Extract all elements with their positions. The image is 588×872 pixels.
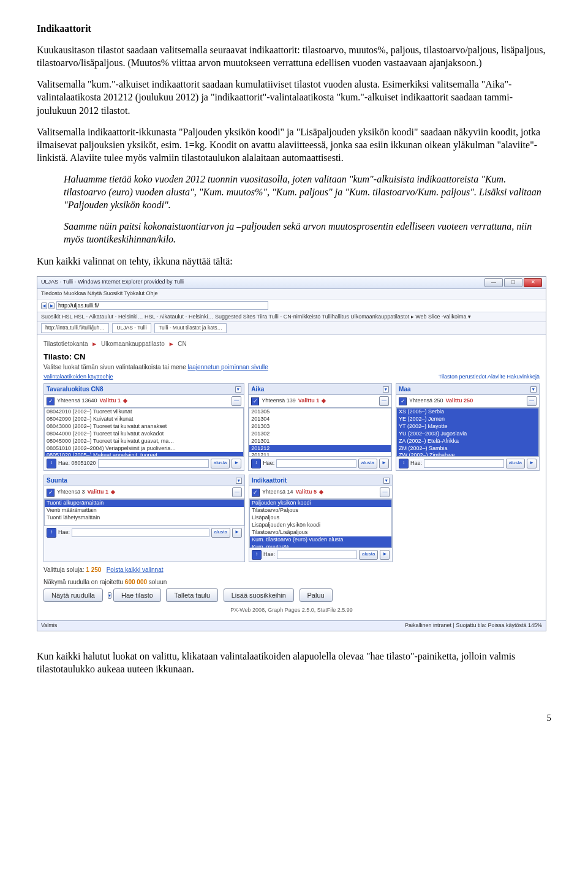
list-item[interactable]: YE (2002–) Jemen (397, 416, 538, 423)
maa-list[interactable]: XS (2005–) Serbia YE (2002–) Jemen YT (2… (396, 408, 539, 457)
search-go-button[interactable]: ► (232, 528, 242, 538)
tab-1[interactable]: http://intra.tulli.fi/tulli/juh… (41, 323, 109, 333)
list-item[interactable]: 08042010 (2002–) Tuoreet viikunat (45, 408, 243, 416)
sort-button[interactable]: ↕ (47, 459, 56, 468)
search-input[interactable] (424, 459, 504, 468)
maximize-button[interactable]: ▢ (504, 278, 522, 287)
panel-cn8: Tavaraluokitus CN8▾ ✓ Yhteensä 13640 Val… (43, 383, 244, 471)
expand-button[interactable]: — (232, 487, 242, 497)
expand-button[interactable]: — (379, 396, 389, 406)
bc-2[interactable]: Ulkomaankauppatilasto (101, 340, 165, 347)
paluu-button[interactable]: Paluu (300, 588, 333, 603)
topright-links[interactable]: Tilaston perustiedot Alaviite Hakuvinkke… (439, 374, 540, 381)
browser-menu[interactable]: Tiedosto Muokkaa Näytä Suosikit Työkalut… (37, 289, 546, 299)
list-item[interactable]: 201212 (249, 445, 391, 453)
talleta-taulu-button[interactable]: Talleta taulu (166, 588, 218, 603)
search-go-button[interactable]: ► (527, 459, 537, 468)
bc-3[interactable]: CN (178, 340, 186, 347)
search-input[interactable] (277, 551, 357, 559)
list-item[interactable]: Tuonti alkuperämaittain (45, 500, 244, 507)
list-item[interactable]: 201301 (249, 438, 391, 445)
ind-list[interactable]: Paljouden yksikön koodi Tilastoarvo/Palj… (249, 499, 393, 548)
list-item[interactable]: 201304 (249, 416, 391, 423)
clear-all-link[interactable]: Poista kaikki valinnat (107, 566, 164, 573)
alusta-button[interactable]: alusta (358, 459, 377, 468)
list-item[interactable]: YT (2002–) Mayotte (397, 423, 538, 430)
list-item[interactable]: Paljouden yksikön koodi (250, 500, 392, 507)
dropdown-icon[interactable]: ▾ (235, 386, 241, 393)
expand-button[interactable]: — (380, 487, 390, 497)
list-item[interactable]: ZM (2002–) Sambia (397, 445, 538, 453)
cn8-list[interactable]: 08042010 (2002–) Tuoreet viikunat 080420… (44, 408, 244, 457)
search-input[interactable] (98, 459, 209, 468)
select-all-checkbox[interactable]: ✓ (252, 489, 260, 497)
sub-pre: Valitse luokat tämän sivun valintalaatik… (43, 364, 188, 370)
select-all-checkbox[interactable]: ✓ (47, 397, 55, 405)
list-item[interactable]: 08044000 (2002–) Tuoreet tai kuivatut av… (45, 430, 243, 438)
nayta-ruudulla-button[interactable]: Näytä ruudulla (43, 588, 103, 603)
list-item[interactable]: Tilastoarvo/Paljous (250, 507, 392, 514)
dropdown-icon[interactable]: ▾ (383, 386, 389, 393)
list-item[interactable]: 08051020 (2005–) Makeat appelsiinit, tuo… (45, 452, 243, 457)
bc-1[interactable]: Tilastotietokanta (43, 340, 88, 347)
dropdown-icon[interactable]: ▾ (236, 478, 242, 484)
list-item[interactable]: 201305 (249, 408, 391, 416)
alusta-button[interactable]: alusta (359, 550, 378, 560)
aika-list[interactable]: 201305 201304 201303 201302 201301 20121… (249, 408, 391, 457)
lisaa-suosikkeihin-button[interactable]: Lisää suosikkeihin (224, 588, 294, 603)
list-item[interactable]: Lisäpaljous (250, 514, 392, 522)
list-item[interactable]: Tuonti lähetysmaittain (45, 514, 244, 522)
select-all-checkbox[interactable]: ✓ (251, 397, 259, 405)
expand-button[interactable]: — (232, 396, 241, 406)
search-input[interactable] (276, 459, 356, 468)
list-item[interactable]: 201302 (249, 430, 391, 438)
select-all-checkbox[interactable]: ✓ (399, 397, 407, 405)
list-item[interactable]: Vienti määrämaittain (45, 507, 244, 514)
tab-2[interactable]: ULJAS - Tulli (112, 323, 151, 333)
list-item[interactable]: Tilastoarvo/Lisäpaljous (250, 529, 392, 536)
sort-button[interactable]: ↕ (47, 528, 56, 538)
close-button[interactable]: ✕ (524, 278, 542, 287)
select-all-checkbox[interactable]: ✓ (47, 489, 55, 497)
search-go-button[interactable]: ► (380, 550, 390, 560)
list-item[interactable]: ZA (2002–) Etelä-Afrikka (397, 438, 538, 445)
list-item[interactable]: 201303 (249, 423, 391, 430)
cn8-total: Yhteensä 13640 (57, 397, 97, 405)
dropdown-icon[interactable]: ▾ (383, 478, 390, 484)
extended-query-link[interactable]: laajennetun poiminnan sivulle (188, 364, 268, 370)
alusta-button[interactable]: alusta (211, 528, 230, 538)
list-item[interactable]: Lisäpaljouden yksikön koodi (250, 522, 392, 529)
sort-button[interactable]: ↕ (251, 459, 261, 468)
tab-3[interactable]: Tulli - Muut tilastot ja kats… (154, 323, 227, 333)
expand-button[interactable]: — (527, 396, 537, 406)
search-go-button[interactable]: ► (379, 459, 389, 468)
page-content: Tilastotietokanta ► Ulkomaankauppatilast… (37, 335, 546, 621)
list-item[interactable]: Kum. tilastoarvo (euro) vuoden alusta (250, 536, 392, 544)
list-item[interactable]: Kum. muutos% (250, 544, 392, 549)
list-item[interactable]: XS (2005–) Serbia (397, 408, 538, 416)
list-item[interactable]: 08042090 (2002–) Kuivatut viikunat (45, 416, 243, 423)
list-item[interactable]: 08045000 (2002–) Tuoreet tai kuivatut gu… (45, 438, 243, 445)
list-item[interactable]: 08051010 (2002–2004) Veriappelsiinit ja … (45, 445, 243, 453)
sort-button[interactable]: ↕ (399, 459, 409, 468)
forward-button[interactable]: ► (48, 303, 55, 309)
dropdown-icon[interactable]: ▾ (530, 386, 537, 393)
suunta-list[interactable]: Tuonti alkuperämaittain Vienti määrämait… (44, 499, 244, 526)
search-go-button[interactable]: ► (232, 459, 241, 468)
list-item[interactable]: 201211 (249, 452, 391, 457)
list-item[interactable]: YU (2002–2003) Jugoslavia (397, 430, 538, 438)
hae-tilasto-button[interactable]: Hae tilasto (113, 588, 161, 603)
alusta-button[interactable]: alusta (211, 459, 230, 468)
favorites-bar[interactable]: Suosikit HSL HSL - Aikataulut - Helsinki… (37, 312, 546, 323)
alusta-button[interactable]: alusta (506, 459, 525, 468)
list-item[interactable]: ZW (2002–) Zimbabwe (397, 452, 538, 457)
dropdown-icon[interactable]: ▾ (108, 592, 111, 599)
list-item[interactable]: 08043000 (2002–) Tuoreet tai kuivatut an… (45, 423, 243, 430)
back-button[interactable]: ◄ (41, 303, 47, 309)
address-input[interactable] (56, 301, 268, 310)
minimize-button[interactable]: — (484, 278, 503, 287)
sort-button[interactable]: ↕ (252, 550, 262, 560)
paragraph-1: Kuukausitason tilastot saadaan valitsema… (37, 43, 551, 69)
usage-help-link[interactable]: Valintalaatikoiden käyttöohje (43, 374, 113, 381)
search-input[interactable] (72, 528, 209, 537)
